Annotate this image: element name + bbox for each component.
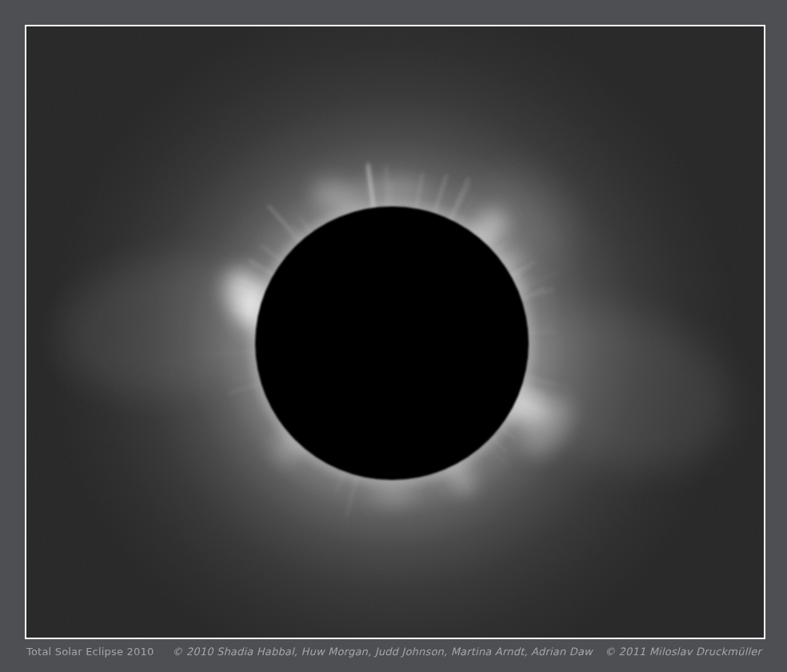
credit-2010: © 2010 Shadia Habbal, Huw Morgan, Judd J… — [172, 645, 593, 658]
credit-2011: © 2011 Miloslav Druckmüller — [605, 645, 761, 658]
caption-bar: Total Solar Eclipse 2010 © 2010 Shadia H… — [26, 645, 761, 658]
photo-title: Total Solar Eclipse 2010 — [26, 645, 154, 658]
moon-disc — [255, 206, 529, 480]
eclipse-photo — [26, 26, 764, 638]
photo-credits: © 2010 Shadia Habbal, Huw Morgan, Judd J… — [172, 645, 761, 658]
eclipse-photo-frame — [25, 25, 765, 639]
